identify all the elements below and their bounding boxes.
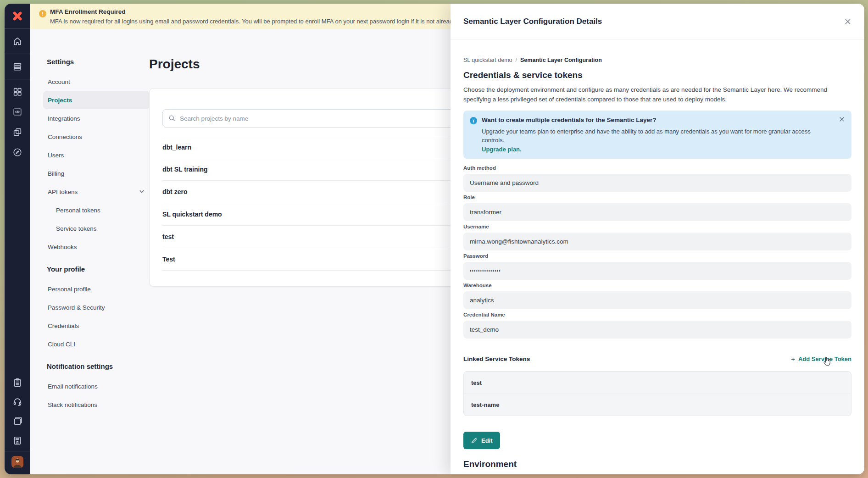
credentials-section-heading: Credentials & service tokens bbox=[463, 70, 851, 80]
linked-tokens-heading: Linked Service Tokens bbox=[463, 356, 530, 362]
auth-method-group: Auth method Username and password bbox=[463, 165, 851, 192]
search-icon bbox=[168, 115, 176, 122]
breadcrumb-current: Semantic Layer Configuration bbox=[520, 57, 602, 63]
home-icon bbox=[12, 36, 22, 46]
username-label: Username bbox=[463, 224, 851, 230]
role-field: transformer bbox=[463, 203, 851, 221]
warehouse-field: analytics bbox=[463, 291, 851, 309]
workspace-nav[interactable] bbox=[12, 435, 22, 445]
sidebar-item-credentials[interactable]: Credentials bbox=[43, 317, 150, 335]
auth-method-label: Auth method bbox=[463, 165, 851, 172]
headset-icon bbox=[12, 397, 22, 407]
breadcrumb-parent[interactable]: SL quickstart demo bbox=[463, 57, 512, 63]
sidebar-item-integrations[interactable]: Integrations bbox=[43, 109, 150, 128]
credentials-section-description: Choose the deployment environment and co… bbox=[463, 85, 851, 104]
upgrade-info-banner: i Want to create multiple credentials fo… bbox=[463, 111, 851, 159]
breadcrumb-separator: / bbox=[516, 57, 517, 63]
sidebar-item-service-tokens[interactable]: Service tokens bbox=[43, 219, 150, 238]
changelog-nav[interactable] bbox=[12, 378, 22, 388]
info-banner-title: Want to create multiple credentials for … bbox=[482, 117, 657, 124]
role-group: Role transformer bbox=[463, 195, 851, 221]
environment-description: Select the deployment environment to run… bbox=[463, 474, 851, 474]
sidebar-item-users[interactable]: Users bbox=[43, 146, 150, 164]
dbt-logo[interactable] bbox=[5, 4, 30, 28]
plus-icon: + bbox=[791, 355, 795, 363]
credential-name-label: Credential Name bbox=[463, 312, 851, 318]
page-title: Projects bbox=[149, 57, 200, 72]
chevron-down-icon bbox=[139, 188, 145, 196]
edit-button[interactable]: Edit bbox=[463, 432, 500, 449]
environments-nav[interactable] bbox=[12, 127, 22, 137]
sidebar-item-slack-notifications[interactable]: Slack notifications bbox=[43, 395, 150, 414]
credential-name-field: test_demo bbox=[463, 321, 851, 339]
sidebar-item-personal-profile[interactable]: Personal profile bbox=[43, 280, 150, 298]
drawer-title: Semantic Layer Configuration Details bbox=[463, 17, 602, 26]
token-row: test bbox=[464, 372, 851, 394]
credential-name-group: Credential Name test_demo bbox=[463, 312, 851, 339]
info-banner-close-button[interactable] bbox=[839, 116, 845, 122]
deploy-jobs-icon bbox=[12, 61, 22, 72]
dashboard-grid-icon bbox=[12, 87, 22, 97]
avatar-image bbox=[11, 456, 23, 468]
warning-icon: ! bbox=[39, 10, 46, 17]
password-group: Password ••••••••••••••• bbox=[463, 253, 851, 280]
linked-tokens-header: Linked Service Tokens + Add Service Toke… bbox=[463, 355, 851, 363]
drawer-body: SL quickstart demo / Semantic Layer Conf… bbox=[451, 39, 864, 474]
warehouse-label: Warehouse bbox=[463, 283, 851, 289]
username-group: Username mirna.wong@fishtownanalytics.co… bbox=[463, 224, 851, 250]
settings-heading: Settings bbox=[43, 58, 150, 67]
token-row: test-name bbox=[464, 394, 851, 416]
app-window: ! MFA Enrollment Required MFA is now req… bbox=[5, 4, 864, 474]
pencil-icon bbox=[471, 437, 478, 444]
your-profile-heading: Your profile bbox=[43, 265, 150, 274]
docs-nav[interactable] bbox=[12, 416, 22, 426]
drawer-header: Semantic Layer Configuration Details bbox=[451, 4, 864, 39]
sidebar-item-label: API tokens bbox=[48, 189, 78, 195]
left-rail bbox=[5, 4, 30, 474]
clipboard-icon bbox=[12, 378, 22, 388]
sidebar-item-cloud-cli[interactable]: Cloud CLI bbox=[43, 335, 150, 353]
explore-nav[interactable] bbox=[12, 147, 22, 157]
info-banner-body: Upgrade your teams plan to enterprise an… bbox=[482, 127, 833, 145]
settings-nav: Settings Account Projects Integrations C… bbox=[43, 58, 150, 414]
breadcrumb: SL quickstart demo / Semantic Layer Conf… bbox=[463, 57, 851, 63]
sidebar-item-password-security[interactable]: Password & Security bbox=[43, 298, 150, 317]
dashboard-nav[interactable] bbox=[12, 87, 22, 97]
sidebar-item-projects[interactable]: Projects bbox=[43, 91, 150, 109]
password-field: ••••••••••••••• bbox=[463, 262, 851, 280]
semantic-layer-drawer: Semantic Layer Configuration Details SL … bbox=[451, 4, 864, 474]
home-nav[interactable] bbox=[5, 29, 30, 54]
building-icon bbox=[12, 435, 22, 445]
sidebar-item-api-tokens[interactable]: API tokens bbox=[43, 183, 150, 201]
add-service-token-label: Add Service Token bbox=[798, 356, 851, 362]
close-icon bbox=[839, 116, 845, 122]
warehouse-group: Warehouse analytics bbox=[463, 283, 851, 309]
notification-settings-heading: Notification settings bbox=[43, 362, 150, 372]
dbt-logo-icon bbox=[11, 10, 24, 22]
ide-nav[interactable] bbox=[12, 107, 22, 117]
rail-divider bbox=[5, 451, 30, 451]
sidebar-item-personal-tokens[interactable]: Personal tokens bbox=[43, 201, 150, 219]
compass-icon bbox=[12, 147, 22, 157]
drawer-close-button[interactable] bbox=[844, 18, 851, 25]
sidebar-item-connections[interactable]: Connections bbox=[43, 128, 150, 146]
deploy-nav[interactable] bbox=[5, 54, 30, 79]
password-label: Password bbox=[463, 253, 851, 260]
user-avatar[interactable] bbox=[11, 456, 23, 468]
sidebar-item-account[interactable]: Account bbox=[43, 72, 150, 91]
role-label: Role bbox=[463, 195, 851, 201]
copies-icon bbox=[12, 127, 22, 137]
sidebar-item-billing[interactable]: Billing bbox=[43, 164, 150, 183]
code-editor-icon bbox=[12, 107, 22, 117]
auth-method-field: Username and password bbox=[463, 174, 851, 192]
upgrade-plan-link[interactable]: Upgrade plan. bbox=[482, 146, 833, 153]
mfa-banner-title: MFA Enrollment Required bbox=[50, 8, 126, 15]
username-field: mirna.wong@fishtownanalytics.com bbox=[463, 233, 851, 250]
sidebar-item-webhooks[interactable]: Webhooks bbox=[43, 238, 150, 256]
edit-button-label: Edit bbox=[481, 437, 493, 444]
docs-icon bbox=[12, 416, 22, 426]
close-icon bbox=[844, 18, 851, 25]
support-nav[interactable] bbox=[12, 397, 22, 407]
add-service-token-button[interactable]: + Add Service Token bbox=[791, 355, 851, 363]
sidebar-item-email-notifications[interactable]: Email notifications bbox=[43, 377, 150, 395]
